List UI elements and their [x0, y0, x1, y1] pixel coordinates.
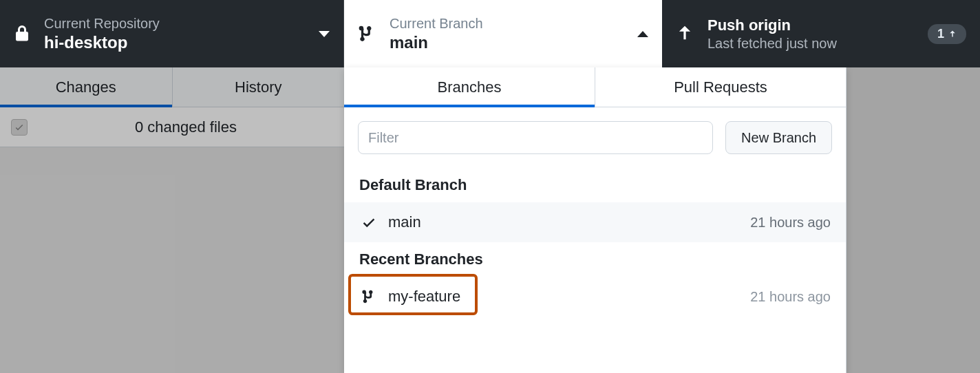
new-branch-button[interactable]: New Branch: [725, 121, 832, 154]
branch-item-time: 21 hours ago: [750, 215, 831, 231]
push-count-badge: 1: [928, 24, 966, 44]
push-button[interactable]: Push origin Last fetched just now 1: [662, 0, 980, 67]
branch-item-my-feature[interactable]: my-feature 21 hours ago: [344, 277, 846, 317]
branch-item-main[interactable]: main 21 hours ago: [344, 202, 846, 242]
repo-name: hi-desktop: [44, 33, 319, 52]
tab-history[interactable]: History: [173, 67, 345, 107]
select-all-checkbox[interactable]: [11, 119, 28, 136]
tab-branches[interactable]: Branches: [344, 67, 595, 107]
push-status: Last fetched just now: [707, 36, 928, 52]
branch-item-name: my-feature: [388, 288, 460, 306]
check-icon: [359, 215, 379, 230]
tab-changes[interactable]: Changes: [0, 67, 173, 107]
chevron-up-icon: [637, 31, 648, 37]
branch-label: Current Branch: [390, 16, 637, 32]
branch-selector[interactable]: Current Branch main: [344, 0, 662, 67]
repo-label: Current Repository: [44, 16, 319, 32]
branch-item-name: main: [388, 213, 421, 231]
branch-icon: [358, 25, 376, 43]
push-label: Push origin: [707, 17, 928, 34]
branch-item-time: 21 hours ago: [750, 289, 831, 305]
push-icon: [676, 25, 694, 43]
branch-icon: [359, 289, 379, 304]
branch-name: main: [390, 33, 637, 52]
branch-dropdown: Branches Pull Requests New Branch Defaul…: [344, 67, 846, 373]
tab-pull-requests[interactable]: Pull Requests: [595, 67, 846, 107]
recent-branches-header: Recent Branches: [344, 242, 846, 277]
branch-filter-input[interactable]: [358, 121, 713, 154]
chevron-down-icon: [319, 31, 330, 37]
lock-icon: [14, 24, 30, 43]
repo-selector[interactable]: Current Repository hi-desktop: [0, 0, 344, 67]
changed-files-label: 0 changed files: [28, 118, 344, 136]
default-branch-header: Default Branch: [344, 168, 846, 202]
changed-files-row: 0 changed files: [0, 107, 344, 147]
